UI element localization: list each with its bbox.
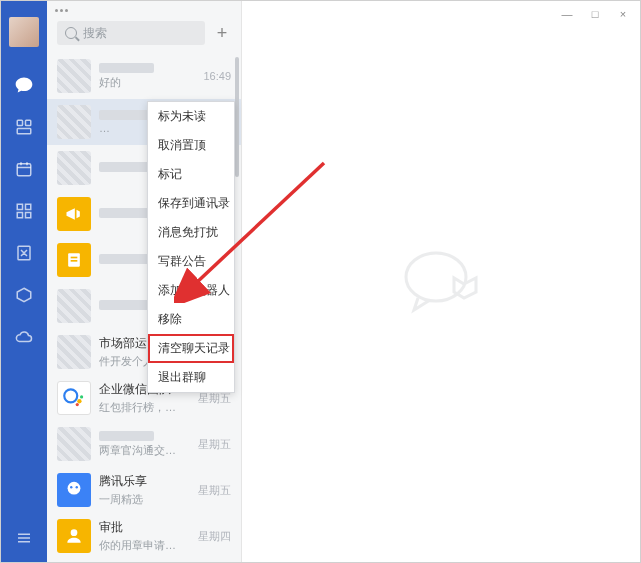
nav-menu-icon[interactable] xyxy=(14,528,34,548)
chat-avatar xyxy=(57,427,91,461)
chat-avatar xyxy=(57,151,91,185)
search-icon xyxy=(65,27,77,39)
chat-item[interactable]: 审批你的用章申请（不外…星期四 xyxy=(47,513,241,559)
chat-item[interactable]: 两章官沟通交流12:1…星期五 xyxy=(47,421,241,467)
chat-item[interactable]: 好的16:49 xyxy=(47,53,241,99)
svg-point-25 xyxy=(76,486,78,488)
chat-name xyxy=(99,162,154,172)
chat-name xyxy=(99,254,154,264)
context-menu-item[interactable]: 标为未读 xyxy=(148,102,234,131)
chat-time: 16:49 xyxy=(203,70,231,82)
chat-avatar xyxy=(57,519,91,553)
context-menu-item[interactable]: 保存到通讯录 xyxy=(148,189,234,218)
close-button[interactable]: × xyxy=(616,7,630,21)
svg-marker-12 xyxy=(17,288,31,302)
window-controls: — □ × xyxy=(560,7,630,21)
context-menu-item[interactable]: 标记 xyxy=(148,160,234,189)
context-menu-item[interactable]: 消息免打扰 xyxy=(148,218,234,247)
chat-name: 腾讯乐享 xyxy=(99,473,186,490)
chat-name xyxy=(99,300,154,310)
context-menu-item[interactable]: 写群公告 xyxy=(148,247,234,276)
svg-point-22 xyxy=(76,403,79,406)
chat-avatar xyxy=(57,59,91,93)
nav-calendar-icon[interactable] xyxy=(14,159,34,179)
chat-avatar xyxy=(57,473,91,507)
svg-rect-10 xyxy=(26,213,31,218)
context-menu-item[interactable]: 退出群聊 xyxy=(148,363,234,392)
chat-preview: 红包排行榜，看进入… xyxy=(99,400,186,415)
svg-rect-7 xyxy=(17,204,22,209)
nav-workspace-icon[interactable] xyxy=(14,285,34,305)
chat-name: 审批 xyxy=(99,519,186,536)
chat-avatar xyxy=(57,197,91,231)
main-area: — □ × xyxy=(242,1,640,562)
nav-cloud-icon[interactable] xyxy=(14,327,34,347)
context-menu: 标为未读取消置顶标记保存到通讯录消息免打扰写群公告添加群机器人移除清空聊天记录退… xyxy=(147,101,235,393)
nav-docs-icon[interactable] xyxy=(14,243,34,263)
svg-point-20 xyxy=(77,399,81,403)
context-menu-item[interactable]: 移除 xyxy=(148,305,234,334)
svg-rect-2 xyxy=(17,129,31,134)
svg-point-21 xyxy=(80,395,83,398)
chat-time: 星期五 xyxy=(198,483,231,498)
new-chat-button[interactable]: + xyxy=(213,24,231,42)
nav-chat-icon[interactable] xyxy=(14,75,34,95)
svg-point-26 xyxy=(71,529,78,536)
chat-preview: 好的 xyxy=(99,75,191,90)
chat-avatar xyxy=(57,105,91,139)
context-menu-item[interactable]: 取消置顶 xyxy=(148,131,234,160)
chat-item[interactable]: 腾讯乐享一周精选星期五 xyxy=(47,467,241,513)
maximize-button[interactable]: □ xyxy=(588,7,602,21)
user-avatar[interactable] xyxy=(9,17,39,47)
nav-contacts-icon[interactable] xyxy=(14,117,34,137)
chat-name xyxy=(99,208,154,218)
chat-avatar xyxy=(57,381,91,415)
chat-name xyxy=(99,63,154,73)
chat-preview: 一周精选 xyxy=(99,492,186,507)
chat-time: 星期五 xyxy=(198,437,231,452)
search-placeholder: 搜索 xyxy=(83,25,107,42)
svg-point-23 xyxy=(68,482,81,495)
minimize-button[interactable]: — xyxy=(560,7,574,21)
svg-rect-1 xyxy=(26,120,31,125)
svg-rect-0 xyxy=(17,120,22,125)
search-input[interactable]: 搜索 xyxy=(57,21,205,45)
panel-handle-icon xyxy=(55,5,69,15)
svg-rect-8 xyxy=(26,204,31,209)
context-menu-item[interactable]: 清空聊天记录 xyxy=(148,334,234,363)
empty-state-icon xyxy=(396,242,486,322)
svg-rect-3 xyxy=(17,164,31,176)
chat-name xyxy=(99,110,154,120)
chat-avatar xyxy=(57,289,91,323)
chat-time: 星期四 xyxy=(198,529,231,544)
chat-preview: 你的用章申请（不外… xyxy=(99,538,186,553)
scrollbar-thumb[interactable] xyxy=(235,57,239,177)
svg-point-24 xyxy=(70,486,72,488)
left-nav xyxy=(1,1,47,562)
chat-avatar xyxy=(57,335,91,369)
context-menu-item[interactable]: 添加群机器人 xyxy=(148,276,234,305)
svg-point-19 xyxy=(64,389,77,402)
chat-avatar xyxy=(57,243,91,277)
svg-rect-9 xyxy=(17,213,22,218)
chat-preview: 两章官沟通交流12:1… xyxy=(99,443,186,458)
nav-apps-icon[interactable] xyxy=(14,201,34,221)
chat-name xyxy=(99,431,154,441)
